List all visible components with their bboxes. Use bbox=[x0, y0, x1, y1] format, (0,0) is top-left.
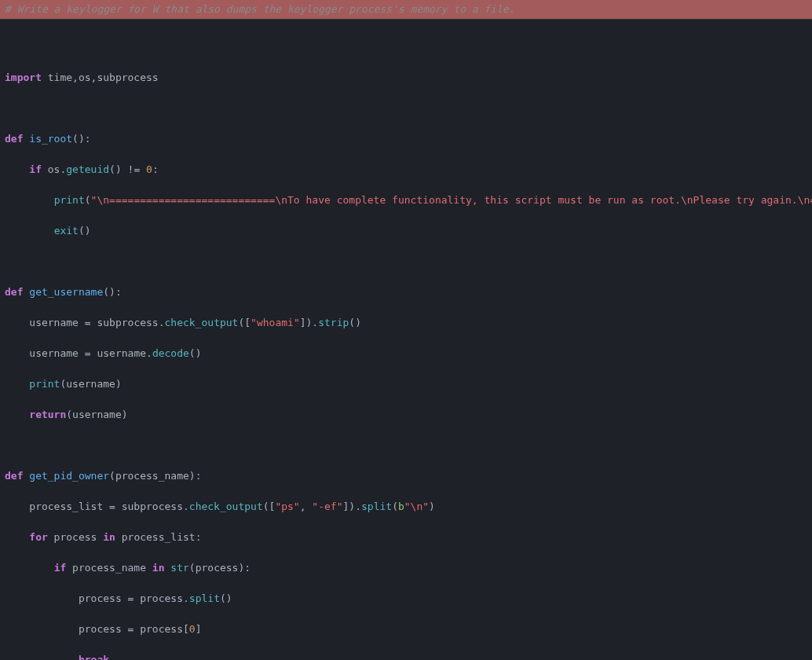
keyword: def bbox=[5, 133, 23, 145]
indent bbox=[5, 562, 54, 574]
punc: ]). bbox=[343, 500, 361, 512]
punc: () bbox=[79, 225, 91, 236]
indent bbox=[5, 194, 54, 206]
keyword: return bbox=[29, 409, 66, 420]
punc: ([ bbox=[263, 500, 276, 512]
builtin: str bbox=[170, 562, 188, 574]
builtin: print bbox=[29, 378, 60, 390]
keyword: in bbox=[152, 562, 165, 574]
keyword: def bbox=[5, 286, 23, 298]
keyword: import bbox=[5, 72, 42, 83]
punc: (process): bbox=[189, 562, 251, 574]
text: process[ bbox=[134, 623, 188, 635]
punc: , bbox=[300, 500, 313, 512]
method: split bbox=[189, 592, 220, 604]
func-name: get_username bbox=[29, 286, 103, 298]
punc: : bbox=[152, 163, 159, 175]
keyword: def bbox=[5, 470, 23, 482]
indent bbox=[5, 409, 29, 420]
text bbox=[140, 163, 146, 175]
bytes-prefix: b bbox=[398, 500, 404, 512]
method: check_output bbox=[165, 317, 239, 328]
func-name: is_root bbox=[29, 133, 72, 145]
punc: () bbox=[189, 347, 202, 359]
num: 0 bbox=[189, 623, 196, 635]
punc: ([ bbox=[238, 317, 251, 328]
text: process. bbox=[134, 592, 188, 604]
punc: (process_name): bbox=[109, 470, 201, 482]
text: process bbox=[79, 592, 128, 604]
code-line bbox=[5, 101, 807, 116]
keyword: if bbox=[54, 562, 67, 574]
text: process bbox=[79, 623, 128, 635]
punc: (username) bbox=[60, 378, 121, 390]
code-line: import time,os,subprocess bbox=[5, 70, 807, 86]
code-line: username = username.decode() bbox=[5, 346, 807, 361]
indent bbox=[5, 347, 29, 359]
indent bbox=[5, 654, 79, 660]
indent bbox=[5, 163, 29, 175]
code-line bbox=[5, 254, 807, 270]
builtin: print bbox=[54, 194, 85, 206]
code-line: print("\n===========================\nTo… bbox=[5, 192, 807, 208]
method: split bbox=[361, 500, 392, 512]
text: username. bbox=[91, 347, 152, 359]
method: geteuid bbox=[66, 163, 109, 175]
code-line: if process_name in str(process): bbox=[5, 560, 807, 576]
string: "-ef" bbox=[312, 500, 342, 512]
text: time,os,subprocess bbox=[42, 72, 159, 83]
code-line: break bbox=[5, 652, 807, 660]
text: os. bbox=[42, 163, 66, 175]
code-editor[interactable]: import time,os,subprocess def is_root():… bbox=[0, 20, 812, 661]
keyword: for bbox=[29, 531, 47, 543]
method: check_output bbox=[189, 500, 263, 512]
keyword: break bbox=[79, 654, 109, 660]
string: "ps" bbox=[275, 500, 299, 512]
code-line: process_list = subprocess.check_output([… bbox=[5, 499, 807, 515]
text: username bbox=[29, 317, 84, 328]
punc: ( bbox=[392, 500, 398, 512]
num: 0 bbox=[146, 163, 152, 175]
punc: ) bbox=[429, 500, 435, 512]
func-name: get_pid_owner bbox=[29, 470, 109, 482]
code-line: process = process.split() bbox=[5, 591, 807, 607]
text: process_list: bbox=[115, 531, 202, 543]
code-line: exit() bbox=[5, 223, 807, 239]
method: strip bbox=[318, 317, 349, 328]
code-line: def is_root(): bbox=[5, 131, 807, 147]
op: = bbox=[85, 317, 91, 328]
text: username bbox=[29, 347, 84, 359]
indent bbox=[5, 317, 29, 328]
text: subprocess. bbox=[91, 317, 165, 328]
punc: ( bbox=[85, 194, 91, 206]
punc: () bbox=[220, 592, 232, 604]
punc: (): bbox=[103, 286, 121, 298]
text: process_name bbox=[66, 562, 152, 574]
keyword: if bbox=[29, 163, 42, 175]
indent bbox=[5, 623, 79, 635]
punc: (): bbox=[72, 133, 90, 145]
code-line: if os.geteuid() != 0: bbox=[5, 162, 807, 178]
string: "\n" bbox=[404, 500, 429, 512]
indent bbox=[5, 500, 29, 512]
punc: ]). bbox=[300, 317, 318, 328]
code-line: print(username) bbox=[5, 376, 807, 392]
indent bbox=[5, 378, 29, 390]
code-line: def get_username(): bbox=[5, 284, 807, 300]
code-line: for process in process_list: bbox=[5, 530, 807, 545]
builtin: exit bbox=[54, 225, 79, 236]
op: != bbox=[128, 163, 141, 175]
indent bbox=[5, 592, 79, 604]
text: () bbox=[109, 163, 127, 175]
string: "\n===========================\nTo have … bbox=[91, 194, 812, 206]
text: process_list bbox=[29, 500, 109, 512]
indent bbox=[5, 225, 54, 236]
code-line: return(username) bbox=[5, 407, 807, 423]
string: "whoami" bbox=[251, 317, 300, 328]
indent bbox=[5, 531, 29, 543]
punc: (username) bbox=[66, 409, 127, 420]
code-line: def get_pid_owner(process_name): bbox=[5, 468, 807, 484]
header-comment-bar: # Write a keylogger for W that also dump… bbox=[0, 0, 812, 20]
op: = bbox=[109, 500, 115, 512]
punc: () bbox=[349, 317, 361, 328]
